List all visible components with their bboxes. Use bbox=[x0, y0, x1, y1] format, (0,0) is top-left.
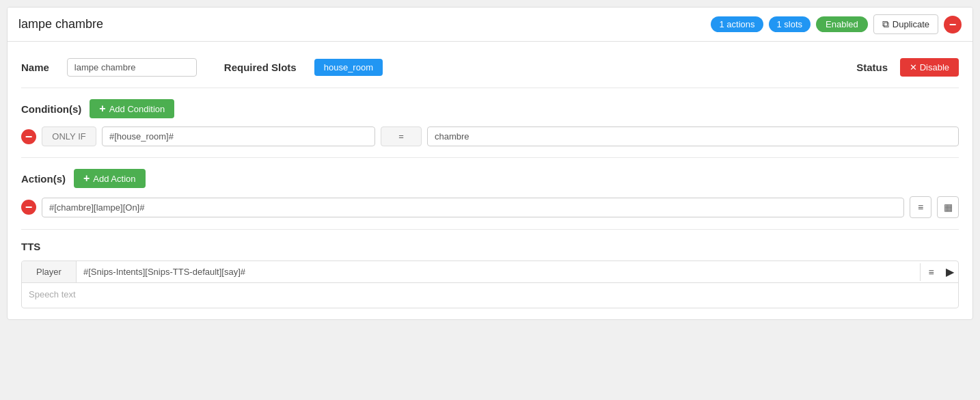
minus-icon: − bbox=[25, 131, 33, 143]
tts-speech-placeholder: Speech text bbox=[29, 289, 76, 299]
name-label: Name bbox=[21, 62, 49, 73]
disable-button[interactable]: ✕ Disable bbox=[900, 58, 959, 77]
tts-player-input[interactable] bbox=[77, 261, 920, 282]
tts-list-icon-button[interactable]: ≡ bbox=[920, 263, 942, 281]
tts-player-label: Player bbox=[22, 261, 77, 282]
actions-badge: 1 actions bbox=[711, 16, 763, 32]
page-title: lampe chambre bbox=[18, 17, 103, 31]
condition-value-input[interactable] bbox=[427, 126, 959, 146]
minus-icon: − bbox=[25, 201, 33, 213]
play-icon bbox=[946, 266, 954, 278]
enabled-badge: Enabled bbox=[816, 16, 868, 32]
condition-type: ONLY IF bbox=[42, 126, 96, 146]
slot-tag: house_room bbox=[314, 59, 383, 76]
conditions-header: Condition(s) + Add Condition bbox=[21, 99, 959, 118]
plus-icon: + bbox=[99, 103, 105, 115]
remove-condition-button[interactable]: − bbox=[21, 129, 36, 144]
add-action-button[interactable]: + Add Action bbox=[74, 169, 146, 188]
tts-title: TTS bbox=[21, 241, 40, 252]
remove-header-button[interactable]: − bbox=[944, 16, 962, 34]
name-input[interactable] bbox=[67, 58, 197, 77]
actions-header: Action(s) + Add Action bbox=[21, 169, 959, 188]
meta-row: Name Required Slots house_room Status ✕ … bbox=[21, 53, 959, 88]
calendar-icon: ▦ bbox=[944, 202, 953, 213]
conditions-title: Condition(s) bbox=[21, 103, 81, 115]
tts-header: TTS bbox=[21, 241, 959, 252]
minus-icon: − bbox=[949, 18, 957, 31]
status-label: Status bbox=[856, 62, 888, 73]
header: lampe chambre 1 actions 1 slots Enabled … bbox=[8, 8, 972, 42]
condition-row: − ONLY IF = bbox=[21, 126, 959, 146]
status-section: Status ✕ Disable bbox=[856, 58, 959, 77]
tts-play-button[interactable] bbox=[942, 263, 958, 281]
plus-icon: + bbox=[83, 172, 90, 185]
action-row: − ≡ ▦ bbox=[21, 196, 959, 218]
content: Name Required Slots house_room Status ✕ … bbox=[8, 42, 972, 319]
tts-player-row: Player ≡ bbox=[22, 261, 958, 283]
remove-action-button[interactable]: − bbox=[21, 200, 36, 215]
required-slots-label: Required Slots bbox=[224, 62, 297, 73]
condition-input[interactable] bbox=[102, 126, 375, 146]
list-icon: ≡ bbox=[918, 202, 923, 213]
tts-section: TTS Player ≡ Speech text bbox=[21, 241, 959, 308]
actions-title: Action(s) bbox=[21, 173, 66, 185]
tts-table: Player ≡ Speech text bbox=[21, 261, 959, 308]
duplicate-button[interactable]: Duplicate bbox=[873, 14, 938, 34]
duplicate-icon bbox=[882, 18, 889, 30]
action-input[interactable] bbox=[42, 198, 904, 217]
list-icon: ≡ bbox=[928, 267, 934, 278]
action-calendar-icon-button[interactable]: ▦ bbox=[937, 196, 959, 218]
add-condition-button[interactable]: + Add Condition bbox=[90, 99, 174, 118]
action-list-icon-button[interactable]: ≡ bbox=[910, 196, 931, 218]
tts-speech-row: Speech text bbox=[22, 283, 958, 308]
header-badges: 1 actions 1 slots Enabled Duplicate − bbox=[711, 14, 962, 34]
slots-badge: 1 slots bbox=[769, 16, 811, 32]
condition-equals: = bbox=[381, 126, 422, 146]
